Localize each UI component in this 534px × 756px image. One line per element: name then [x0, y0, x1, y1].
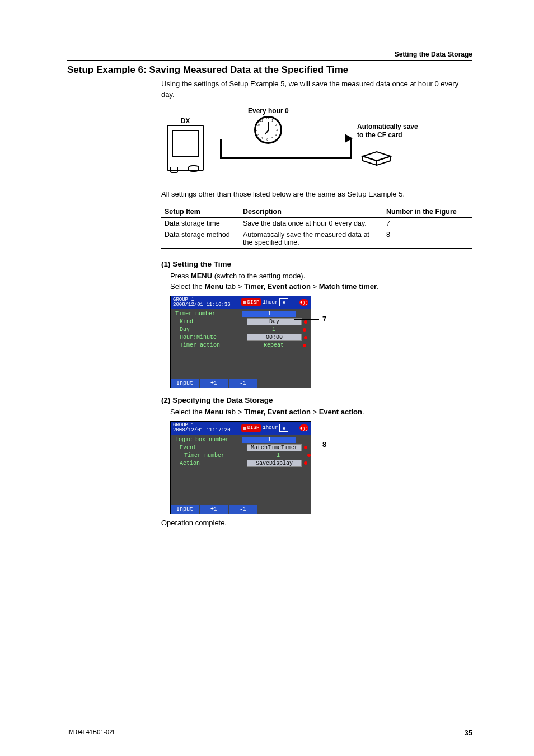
row-value: 1	[242, 311, 296, 317]
row-label: Day	[171, 326, 247, 333]
indicator-dot	[303, 344, 306, 347]
interval-label: 1hour	[263, 425, 278, 431]
clock-tick: 10	[256, 124, 260, 127]
dx-label: DX	[167, 117, 204, 125]
screenshot-body: Logic box number 1 Event MatchTimeTimer …	[171, 435, 311, 505]
svg-marker-0	[363, 152, 391, 161]
section-header: Setting the Data Storage	[67, 50, 472, 58]
interval-label: 1hour	[263, 300, 278, 305]
screenshot-title-mid: ▦DISP 1hour ◉	[241, 298, 288, 306]
menu-path: Event action	[319, 408, 362, 416]
footer-button: -1	[229, 379, 257, 388]
row-value: Day	[247, 318, 302, 325]
row-label: Logic box number	[171, 437, 242, 443]
table-row: Data storage method Automatically save t…	[161, 229, 472, 249]
row-value: 00:00	[247, 334, 302, 341]
row-value: MatchTimeTimer	[247, 444, 302, 451]
col-number: Number in the Figure	[383, 206, 472, 217]
menu-path: Timer, Event action	[244, 282, 311, 291]
setting-row: Event MatchTimeTimer	[171, 444, 311, 452]
row-value: 1	[247, 326, 301, 333]
text: tab >	[223, 408, 244, 416]
text: .	[362, 408, 364, 416]
clock-tick: 8	[257, 134, 259, 137]
row-label: Kind	[171, 319, 247, 325]
text: >	[311, 408, 319, 416]
settings-intro: All settings other than those listed bel…	[161, 189, 472, 200]
setting-row: Timer action Repeat	[171, 342, 311, 349]
page-title: Setup Example 6: Saving Measured Data at…	[67, 64, 472, 76]
setting-row: Timer number 1	[171, 452, 311, 459]
indicator-dot	[304, 446, 307, 449]
callout-leader	[294, 445, 319, 445]
menu-tab: Menu	[204, 282, 223, 291]
screenshot-body: Timer number 1 Kind Day Day 1 Hour:M	[171, 309, 311, 379]
step1-line2: Select the Menu tab > Timer, Event actio…	[161, 281, 472, 292]
callout-leader	[294, 319, 319, 320]
screenshot-footer: Input +1 -1	[171, 505, 311, 514]
footer-button: +1	[200, 505, 228, 514]
setting-row: Timer number 1	[171, 310, 311, 318]
disp-badge: ▦DISP	[241, 424, 261, 432]
setting-row: Action SaveDisplay	[171, 459, 311, 468]
alarm-icon: ●))	[299, 424, 308, 431]
menu-path: Timer, Event action	[244, 408, 311, 416]
row-label: Event	[171, 445, 247, 451]
row-label: Timer action	[171, 342, 247, 348]
clock-tick: 3	[276, 129, 278, 132]
step1-line1: Press MENU (switch to the setting mode).	[161, 270, 472, 282]
cf-card-icon	[360, 151, 394, 169]
callout-7: 7	[322, 315, 326, 323]
setting-row: Day 1	[171, 326, 311, 333]
footer-button: +1	[200, 379, 228, 388]
setting-row: Kind Day	[171, 318, 311, 326]
header-rule	[67, 60, 472, 61]
screenshot-title-left: GROUP 1 2008/12/01 11:16:36	[173, 297, 231, 308]
clock-tick: 4	[275, 134, 277, 137]
menu-key: MENU	[191, 272, 212, 280]
text: Press	[170, 272, 191, 280]
indicator-dot	[303, 328, 306, 332]
table-header-row: Setup Item Description Number in the Fig…	[161, 206, 472, 217]
menu-path: Match time timer	[319, 282, 377, 291]
clock-tick: 9	[256, 129, 257, 132]
text: (switch to the setting mode).	[212, 272, 305, 280]
camera-icon: ◉	[279, 298, 288, 306]
table-row: Data storage time Save the data once at …	[161, 217, 472, 229]
clock-tick: 11	[260, 119, 263, 122]
row-value: SaveDisplay	[247, 460, 302, 467]
screenshot-footer: Input +1 -1	[171, 379, 311, 388]
settings-table: Setup Item Description Number in the Fig…	[161, 206, 472, 249]
row-label: Hour:Minute	[171, 334, 247, 340]
col-description: Description	[240, 206, 383, 217]
clock-label: Every hour 0	[248, 107, 289, 115]
text: tab >	[223, 282, 244, 291]
indicator-dot	[304, 461, 307, 465]
row-label: Action	[171, 460, 247, 466]
auto-save-line1: Automatically save	[357, 123, 418, 132]
clock-tick: 12	[266, 117, 269, 120]
screenshot-titlebar: GROUP 1 2008/12/01 11:17:20 ▦DISP 1hour …	[171, 422, 311, 435]
clock-block: Every hour 0 12 1 2 3 4 5 6 7 8 9 10 11	[248, 107, 289, 144]
timestamp: 2008/12/01 11:17:20	[173, 428, 231, 433]
callout-8: 8	[322, 440, 326, 449]
svg-marker-1	[363, 156, 377, 165]
row-value: 1	[242, 437, 296, 443]
camera-icon: ◉	[279, 424, 288, 432]
menu-tab: Menu	[204, 408, 223, 416]
indicator-dot	[304, 336, 307, 339]
dx-device-icon	[167, 125, 204, 171]
row-label: Timer number	[171, 311, 242, 317]
flow-arrow	[220, 139, 352, 159]
dx-block: DX	[167, 117, 204, 171]
page-footer: IM 04L41B01-02E 35	[67, 726, 472, 737]
setting-row: Logic box number 1	[171, 436, 311, 444]
row-value: 1	[251, 452, 305, 459]
screenshot-time-settings: GROUP 1 2008/12/01 11:16:36 ▦DISP 1hour …	[170, 296, 311, 389]
indicator-dot	[304, 320, 307, 324]
step1-heading: (1) Setting the Time	[161, 260, 472, 268]
setting-row: Hour:Minute 00:00	[171, 333, 311, 342]
footer-button: Input	[171, 379, 199, 388]
row-label: Timer number	[171, 452, 251, 459]
screenshot-event-action: GROUP 1 2008/12/01 11:17:20 ▦DISP 1hour …	[170, 421, 311, 514]
